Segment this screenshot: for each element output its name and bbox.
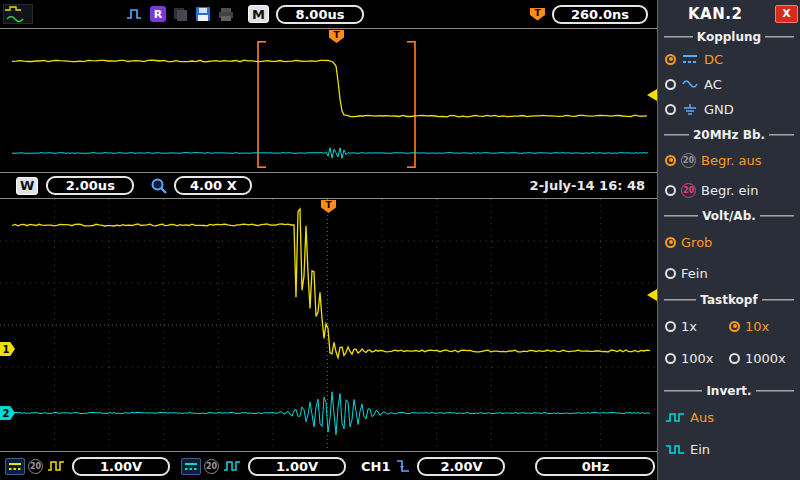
radio-icon (665, 237, 676, 248)
record-button[interactable]: R (150, 6, 166, 22)
ch2-wave-icon (222, 458, 242, 475)
section-title-invert: Invert. (660, 384, 798, 398)
menu-item-1000x[interactable]: 1000x (729, 348, 800, 368)
menu-item-1x[interactable]: 1x (665, 316, 722, 336)
trigger-position-icon: T (530, 8, 545, 21)
ch2-dc-coupling-icon (181, 458, 201, 475)
menu-item-bw-ein[interactable]: 20 Begr. ein (665, 180, 800, 200)
channel-display-icon[interactable] (3, 4, 33, 24)
menu-item-label: Begr. aus (701, 153, 762, 168)
ch1-scale-value: 1.00V (72, 457, 170, 476)
menu-item-label: 100x (681, 351, 714, 366)
window-timebase-key: W (16, 177, 38, 195)
trigger-level-arrow[interactable] (647, 89, 657, 101)
ch1-bw-limit-icon: 20 (28, 459, 43, 474)
ch1-dc-coupling-icon (5, 458, 25, 475)
menu-item-label: Grob (681, 235, 712, 250)
radio-icon (665, 155, 676, 166)
radio-icon (665, 104, 676, 115)
menu-header: KAN.2 X (658, 0, 800, 25)
probe-options-grid: 1x 10x 100x 1000x (658, 310, 800, 374)
menu-item-label: Aus (690, 410, 714, 425)
invert-off-wave-icon (665, 412, 685, 423)
invert-on-wave-icon (665, 444, 685, 455)
zoom-magnifier-icon (150, 177, 168, 195)
section-label: Kopplung (697, 30, 761, 44)
menu-item-label: Ein (690, 442, 710, 457)
trigger-offset-value: 260.0ns (552, 5, 648, 24)
section-label: Volt/Ab. (702, 209, 756, 223)
copy-icon[interactable] (173, 7, 188, 22)
menu-item-dc[interactable]: DC (665, 49, 800, 69)
zoom-factor-value: 4.00 X (174, 176, 252, 195)
trigger-source-label: CH1 (361, 459, 390, 474)
menu-item-100x[interactable]: 100x (665, 348, 722, 368)
radio-icon (665, 321, 676, 332)
dc-coupling-icon (681, 53, 699, 65)
overview-traces (0, 29, 655, 172)
section-title-kopplung: Kopplung (660, 30, 798, 44)
radio-icon (665, 185, 676, 196)
section-label: Invert. (706, 384, 751, 398)
toolbar-button-cluster: R (125, 6, 234, 22)
menu-item-10x[interactable]: 10x (729, 316, 800, 336)
menu-item-label: 10x (745, 319, 769, 334)
trigger-level-value: 2.00V (417, 457, 505, 476)
radio-icon (665, 54, 676, 65)
section-title-voltdiv: Volt/Ab. (660, 209, 798, 223)
menu-item-label: Begr. ein (701, 183, 758, 198)
close-button[interactable]: X (775, 5, 798, 23)
menu-item-fein[interactable]: Fein (665, 263, 800, 283)
menu-title: KAN.2 (688, 5, 742, 23)
print-icon[interactable] (218, 7, 234, 22)
radio-icon (729, 353, 740, 364)
ch2-status-group: 20 1.00V (181, 457, 346, 476)
section-label: Tastkopf (700, 293, 757, 307)
save-icon[interactable] (195, 6, 211, 22)
menu-item-label: GND (704, 102, 734, 117)
ch1-status-group: 20 1.00V (5, 457, 170, 476)
menu-item-bw-aus[interactable]: 20 Begr. aus (665, 150, 800, 170)
trigger-level-arrow-zoom[interactable] (647, 289, 657, 301)
menu-item-invert-ein[interactable]: Ein (665, 439, 800, 459)
datetime-display: 2-July-14 16: 48 (530, 178, 645, 193)
menu-item-grob[interactable]: Grob (665, 232, 800, 252)
ch1-wave-icon (46, 458, 66, 475)
top-toolbar: R M 8.00us T 260.0ns (0, 0, 657, 28)
gnd-coupling-icon (681, 103, 699, 115)
menu-item-invert-aus[interactable]: Aus (665, 407, 800, 427)
radio-icon (665, 79, 676, 90)
zoom-window-bar: W 2.00us 4.00 X 2-July-14 16: 48 (0, 173, 657, 198)
radio-icon (729, 321, 740, 332)
ac-coupling-icon (681, 78, 699, 90)
ch2-scale-value: 1.00V (248, 457, 346, 476)
menu-item-label: Fein (681, 266, 708, 281)
pulse-wave-icon[interactable] (125, 6, 143, 22)
radio-icon (665, 353, 676, 364)
window-timebase-value: 2.00us (46, 176, 134, 195)
section-title-bandwidth: 20MHz Bb. (660, 128, 798, 142)
ch2-bw-limit-icon: 20 (204, 459, 219, 474)
oscilloscope-screen: R M 8.00us T 260.0ns T W 2.00us 4.00 X 2… (0, 0, 800, 480)
section-label: 20MHz Bb. (693, 128, 765, 142)
menu-item-gnd[interactable]: GND (665, 99, 800, 119)
zoomed-waveform-view: T 1 2 (0, 198, 657, 452)
overview-waveform-view: T (0, 28, 657, 173)
radio-icon (665, 268, 676, 279)
main-timebase-key: M (248, 5, 269, 23)
bw-off-icon: 20 (681, 153, 696, 168)
channel-menu-panel: KAN.2 X Kopplung DC AC GND (657, 0, 800, 480)
menu-item-ac[interactable]: AC (665, 74, 800, 94)
bw-on-icon: 20 (681, 183, 696, 198)
frequency-counter-value: 0Hz (535, 457, 655, 476)
menu-item-label: AC (704, 77, 722, 92)
menu-item-label: DC (704, 52, 723, 67)
menu-item-label: 1000x (745, 351, 786, 366)
status-bar: 20 1.00V 20 1.00V CH1 2.00V 0Hz (0, 452, 657, 480)
menu-item-label: 1x (681, 319, 697, 334)
section-title-probe: Tastkopf (660, 293, 798, 307)
main-timebase-value: 8.00us (276, 5, 364, 24)
trigger-slope-icon (393, 458, 413, 475)
zoomed-traces (0, 199, 655, 451)
